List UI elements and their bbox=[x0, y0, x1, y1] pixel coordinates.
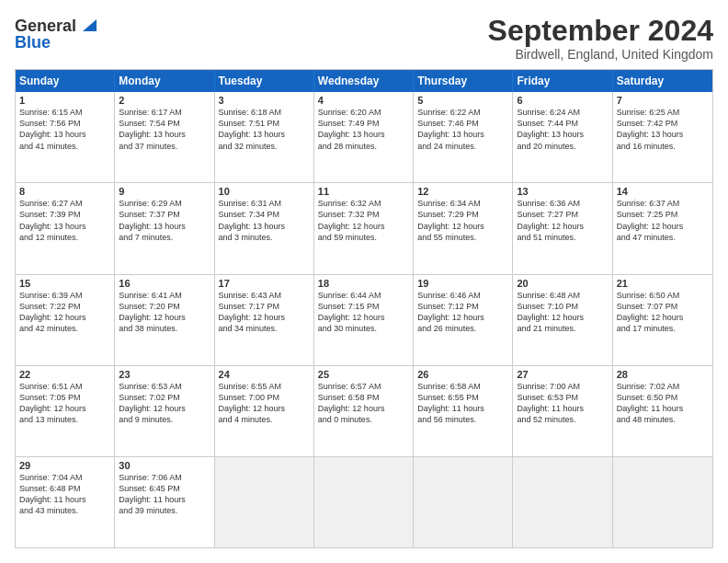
header-monday: Monday bbox=[115, 70, 214, 92]
month-title: September 2024 bbox=[488, 15, 713, 47]
day-number: 14 bbox=[617, 186, 709, 197]
day-cell-3: 3 Sunrise: 6:18 AM Sunset: 7:51 PM Dayli… bbox=[215, 92, 314, 182]
daylight-line1: Daylight: 12 hours bbox=[417, 312, 508, 323]
sunset-line: Sunset: 6:50 PM bbox=[617, 392, 709, 403]
day-number: 18 bbox=[318, 278, 409, 289]
day-cell-19: 19 Sunrise: 6:46 AM Sunset: 7:12 PM Dayl… bbox=[414, 275, 513, 365]
day-number: 17 bbox=[219, 278, 310, 289]
daylight-line2: and 17 minutes. bbox=[617, 323, 709, 334]
sunrise-line: Sunrise: 6:39 AM bbox=[19, 290, 110, 301]
day-cell-15: 15 Sunrise: 6:39 AM Sunset: 7:22 PM Dayl… bbox=[16, 275, 115, 365]
sunrise-line: Sunrise: 6:24 AM bbox=[517, 107, 608, 118]
calendar-row-1: 1 Sunrise: 6:15 AM Sunset: 7:56 PM Dayli… bbox=[16, 92, 712, 182]
calendar: Sunday Monday Tuesday Wednesday Thursday… bbox=[15, 69, 713, 548]
empty-cell bbox=[414, 457, 513, 547]
sunrise-line: Sunrise: 6:48 AM bbox=[517, 290, 608, 301]
day-cell-6: 6 Sunrise: 6:24 AM Sunset: 7:44 PM Dayli… bbox=[513, 92, 612, 182]
daylight-line1: Daylight: 13 hours bbox=[517, 129, 608, 140]
sunset-line: Sunset: 7:27 PM bbox=[517, 209, 608, 220]
sunset-line: Sunset: 7:37 PM bbox=[119, 209, 210, 220]
day-cell-1: 1 Sunrise: 6:15 AM Sunset: 7:56 PM Dayli… bbox=[16, 92, 115, 182]
sunset-line: Sunset: 7:10 PM bbox=[517, 301, 608, 312]
day-number: 15 bbox=[19, 278, 110, 289]
day-cell-16: 16 Sunrise: 6:41 AM Sunset: 7:20 PM Dayl… bbox=[115, 275, 214, 365]
day-cell-12: 12 Sunrise: 6:34 AM Sunset: 7:29 PM Dayl… bbox=[414, 183, 513, 273]
sunset-line: Sunset: 7:12 PM bbox=[417, 301, 508, 312]
daylight-line1: Daylight: 12 hours bbox=[517, 312, 608, 323]
day-cell-27: 27 Sunrise: 7:00 AM Sunset: 6:53 PM Dayl… bbox=[513, 366, 612, 456]
daylight-line1: Daylight: 13 hours bbox=[19, 221, 110, 232]
daylight-line1: Daylight: 13 hours bbox=[417, 129, 508, 140]
daylight-line2: and 39 minutes. bbox=[119, 505, 210, 516]
day-number: 4 bbox=[318, 95, 409, 106]
sunrise-line: Sunrise: 6:17 AM bbox=[119, 107, 210, 118]
empty-cell bbox=[215, 457, 314, 547]
sunrise-line: Sunrise: 6:53 AM bbox=[119, 381, 210, 392]
day-number: 2 bbox=[119, 95, 210, 106]
sunrise-line: Sunrise: 7:04 AM bbox=[19, 472, 110, 483]
day-number: 5 bbox=[417, 95, 508, 106]
logo-icon bbox=[78, 15, 97, 33]
day-number: 28 bbox=[617, 369, 709, 380]
sunrise-line: Sunrise: 6:44 AM bbox=[318, 290, 409, 301]
calendar-row-2: 8 Sunrise: 6:27 AM Sunset: 7:39 PM Dayli… bbox=[16, 182, 712, 273]
daylight-line1: Daylight: 12 hours bbox=[617, 221, 709, 232]
sunset-line: Sunset: 7:42 PM bbox=[617, 118, 709, 129]
sunrise-line: Sunrise: 6:18 AM bbox=[219, 107, 310, 118]
sunrise-line: Sunrise: 7:02 AM bbox=[617, 381, 709, 392]
sunrise-line: Sunrise: 6:43 AM bbox=[219, 290, 310, 301]
sunrise-line: Sunrise: 6:34 AM bbox=[417, 198, 508, 209]
daylight-line1: Daylight: 12 hours bbox=[318, 403, 409, 414]
sunset-line: Sunset: 7:44 PM bbox=[517, 118, 608, 129]
daylight-line1: Daylight: 12 hours bbox=[318, 312, 409, 323]
day-number: 27 bbox=[517, 369, 608, 380]
daylight-line2: and 55 minutes. bbox=[417, 232, 508, 243]
title-block: September 2024 Birdwell, England, United… bbox=[488, 15, 713, 62]
day-cell-9: 9 Sunrise: 6:29 AM Sunset: 7:37 PM Dayli… bbox=[115, 183, 214, 273]
daylight-line1: Daylight: 11 hours bbox=[19, 494, 110, 505]
day-cell-20: 20 Sunrise: 6:48 AM Sunset: 7:10 PM Dayl… bbox=[513, 275, 612, 365]
daylight-line1: Daylight: 13 hours bbox=[617, 129, 709, 140]
day-cell-18: 18 Sunrise: 6:44 AM Sunset: 7:15 PM Dayl… bbox=[314, 275, 414, 365]
empty-cell bbox=[513, 457, 612, 547]
day-number: 19 bbox=[417, 278, 508, 289]
day-number: 6 bbox=[517, 95, 608, 106]
day-number: 3 bbox=[219, 95, 310, 106]
sunrise-line: Sunrise: 6:31 AM bbox=[219, 198, 310, 209]
day-cell-11: 11 Sunrise: 6:32 AM Sunset: 7:32 PM Dayl… bbox=[314, 183, 414, 273]
day-number: 8 bbox=[19, 186, 110, 197]
sunset-line: Sunset: 7:00 PM bbox=[219, 392, 310, 403]
sunrise-line: Sunrise: 6:51 AM bbox=[19, 381, 110, 392]
day-number: 1 bbox=[19, 95, 110, 106]
day-number: 10 bbox=[219, 186, 310, 197]
day-number: 7 bbox=[617, 95, 709, 106]
sunset-line: Sunset: 7:54 PM bbox=[119, 118, 210, 129]
day-number: 9 bbox=[119, 186, 210, 197]
daylight-line2: and 4 minutes. bbox=[219, 414, 310, 425]
sunset-line: Sunset: 7:51 PM bbox=[219, 118, 310, 129]
daylight-line2: and 12 minutes. bbox=[19, 232, 110, 243]
daylight-line2: and 26 minutes. bbox=[417, 323, 508, 334]
sunrise-line: Sunrise: 6:36 AM bbox=[517, 198, 608, 209]
daylight-line1: Daylight: 12 hours bbox=[219, 312, 310, 323]
sunset-line: Sunset: 6:58 PM bbox=[318, 392, 409, 403]
sunset-line: Sunset: 6:53 PM bbox=[517, 392, 608, 403]
header-saturday: Saturday bbox=[613, 70, 712, 92]
sunrise-line: Sunrise: 6:29 AM bbox=[119, 198, 210, 209]
header: General Blue September 2024 Birdwell, En… bbox=[15, 15, 713, 62]
logo: General Blue bbox=[15, 15, 97, 52]
header-tuesday: Tuesday bbox=[215, 70, 314, 92]
daylight-line1: Daylight: 12 hours bbox=[19, 403, 110, 414]
day-cell-26: 26 Sunrise: 6:58 AM Sunset: 6:55 PM Dayl… bbox=[414, 366, 513, 456]
day-number: 22 bbox=[19, 369, 110, 380]
daylight-line1: Daylight: 12 hours bbox=[417, 221, 508, 232]
daylight-line1: Daylight: 12 hours bbox=[617, 312, 709, 323]
daylight-line2: and 0 minutes. bbox=[318, 414, 409, 425]
day-cell-28: 28 Sunrise: 7:02 AM Sunset: 6:50 PM Dayl… bbox=[613, 366, 712, 456]
daylight-line1: Daylight: 12 hours bbox=[119, 312, 210, 323]
daylight-line2: and 41 minutes. bbox=[19, 141, 110, 152]
sunrise-line: Sunrise: 6:46 AM bbox=[417, 290, 508, 301]
sunset-line: Sunset: 7:39 PM bbox=[19, 209, 110, 220]
sunset-line: Sunset: 7:17 PM bbox=[219, 301, 310, 312]
daylight-line2: and 13 minutes. bbox=[19, 414, 110, 425]
